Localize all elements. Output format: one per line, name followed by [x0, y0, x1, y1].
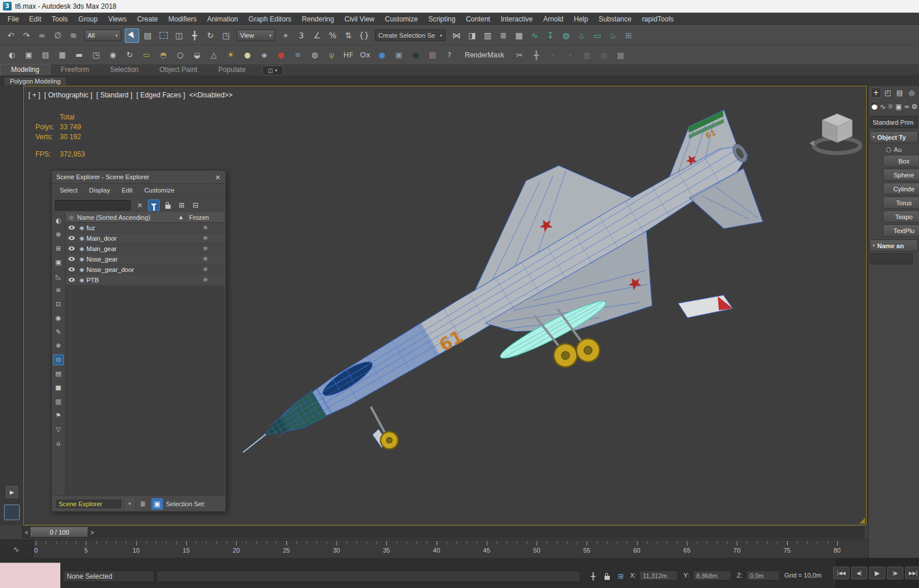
- select-and-link-icon[interactable]: ∞: [35, 28, 49, 43]
- populate-tool-icon[interactable]: ▣: [392, 48, 406, 62]
- expand-panel-button[interactable]: ▶: [6, 486, 18, 498]
- explorer-dropdown-arrow-icon[interactable]: ▾: [125, 498, 134, 510]
- frozen-snowflake-icon[interactable]: ❄: [186, 256, 225, 262]
- se-display-materials-icon[interactable]: ▤: [53, 368, 64, 379]
- soft-sphere2-icon[interactable]: ◍: [596, 48, 611, 62]
- menu-customize[interactable]: Customize: [380, 13, 424, 26]
- ribbon-tab-freeform[interactable]: Freeform: [50, 64, 100, 75]
- se-menu-customize[interactable]: Customize: [140, 187, 179, 194]
- modify-tab-icon[interactable]: ◰: [883, 88, 893, 98]
- se-display-all-icon[interactable]: ◐: [53, 215, 64, 226]
- sphere2-icon[interactable]: ●: [240, 48, 255, 62]
- angle-snap-icon[interactable]: ∠: [310, 28, 324, 43]
- visibility-eye-icon[interactable]: [68, 278, 74, 282]
- ribbon-tab-object-paint[interactable]: Object Paint: [149, 64, 208, 75]
- go-to-start-button[interactable]: |◀◀: [833, 567, 849, 579]
- bind-to-spacewarp-icon[interactable]: ≋: [66, 28, 81, 43]
- lattice-icon[interactable]: ◈: [257, 48, 272, 62]
- Main_gear[interactable]: ◉ Main_gear ❄: [66, 244, 225, 254]
- visibility-eye-icon[interactable]: [68, 226, 74, 230]
- snaps-toggle-icon[interactable]: 3: [294, 28, 309, 43]
- edit-named-selections-icon[interactable]: {}: [357, 28, 371, 43]
- create-cylinder-button[interactable]: Cylinde: [883, 183, 919, 195]
- frozen-snowflake-icon[interactable]: ❄: [186, 224, 225, 231]
- reference-coordinate-dropdown[interactable]: View▾: [237, 30, 275, 41]
- viewport-menu-style[interactable]: [ Standard ]: [96, 91, 132, 99]
- spacewarps-category-icon[interactable]: ≈: [904, 101, 910, 112]
- mini-curve-editor-button[interactable]: ∿: [0, 540, 33, 558]
- hair-fur-icon[interactable]: HF: [341, 48, 356, 62]
- next-frame-button[interactable]: |▶: [887, 567, 903, 579]
- time-slider-handle[interactable]: 0 / 100: [31, 527, 88, 538]
- se-display-containers-icon[interactable]: ▥: [53, 396, 64, 407]
- frozen-snowflake-icon[interactable]: ❄: [186, 277, 225, 283]
- sphere-tool-icon[interactable]: ○: [173, 48, 187, 62]
- se-menu-display[interactable]: Display: [85, 187, 115, 194]
- create-sphere-button[interactable]: Sphere: [883, 169, 919, 181]
- create-teapot-button[interactable]: Teapo: [883, 210, 919, 223]
- red-sphere-icon[interactable]: ●: [274, 48, 288, 62]
- mirror-icon[interactable]: ⋈: [449, 28, 464, 43]
- se-display-frozen-icon[interactable]: ❄: [53, 340, 64, 351]
- viewport-layout-tab[interactable]: [4, 504, 20, 520]
- ribbon-toggle-icon[interactable]: ▦: [512, 28, 526, 43]
- align-icon[interactable]: ◨: [465, 28, 479, 43]
- name-color-rollout[interactable]: ▾ Name an: [870, 239, 918, 252]
- dot2-icon[interactable]: •: [563, 48, 577, 62]
- se-display-lights-icon[interactable]: ▣: [53, 257, 64, 268]
- primitive-category-dropdown[interactable]: Standard Prim: [870, 116, 918, 128]
- viewport-menu-shading[interactable]: [ Edged Faces ]: [136, 91, 185, 99]
- play-button[interactable]: ▶: [869, 567, 885, 579]
- Nose_gear_door[interactable]: ◉ Nose_gear_door ❄: [66, 264, 225, 275]
- select-and-rotate-icon[interactable]: ↻: [203, 28, 218, 43]
- se-display-flags-icon[interactable]: ⚑: [53, 410, 64, 421]
- go-to-end-button[interactable]: ▶▶|: [905, 567, 919, 579]
- create-tab-icon[interactable]: +: [871, 88, 881, 98]
- se-lock-icon[interactable]: [162, 199, 173, 211]
- y-coord-field[interactable]: 8,868m: [693, 571, 731, 580]
- previous-frame-button[interactable]: ◀|: [851, 567, 867, 579]
- se-filter-icon[interactable]: [148, 199, 160, 211]
- menu-create[interactable]: Create: [132, 13, 163, 26]
- cameras-category-icon[interactable]: ▣: [895, 101, 902, 112]
- se-display-xrefs-icon[interactable]: ✎: [53, 326, 64, 337]
- select-and-move-icon[interactable]: ╋: [187, 28, 202, 43]
- frozen-snowflake-icon[interactable]: ❄: [186, 245, 225, 252]
- absolute-mode-icon[interactable]: ⊞: [615, 571, 627, 582]
- motion-tab-icon[interactable]: ◎: [907, 88, 917, 98]
- select-by-name-icon[interactable]: ▤: [140, 28, 155, 43]
- frozen-snowflake-icon[interactable]: ❄: [186, 235, 225, 241]
- visibility-eye-icon[interactable]: [68, 267, 74, 271]
- grid2-icon[interactable]: ▦: [613, 48, 628, 62]
- keyboard-icon[interactable]: ▬: [72, 48, 86, 62]
- viewport-disabled-flag[interactable]: <<Disabled>>: [189, 91, 233, 99]
- create-torus-button[interactable]: Torus: [883, 197, 919, 209]
- checker-sphere-icon[interactable]: ◍: [307, 48, 322, 62]
- schematic-view-icon[interactable]: ↧: [543, 28, 558, 43]
- se-expand-all-icon[interactable]: ⊞: [176, 199, 187, 211]
- window-crossing-icon[interactable]: ◫: [172, 28, 186, 43]
- column-header-frozen[interactable]: Frozen: [185, 214, 225, 221]
- layer-explorer-icon[interactable]: ≣: [496, 28, 511, 43]
- layers-icon[interactable]: ≣: [137, 498, 149, 510]
- rendered-frame-window-icon[interactable]: ▭: [590, 28, 605, 43]
- cone-tool-icon[interactable]: △: [207, 48, 221, 62]
- viewport-canvas-icon[interactable]: ▣: [21, 48, 36, 62]
- render-grid-icon[interactable]: ⊞: [621, 28, 636, 43]
- named-selection-set-dropdown[interactable]: Create Selection Se▾: [375, 30, 446, 41]
- visibility-eye-icon[interactable]: [68, 236, 74, 240]
- scene-explorer-titlebar[interactable]: Scene Explorer - Scene Explorer ×: [52, 170, 226, 184]
- material-editor-icon[interactable]: ◍: [559, 28, 573, 43]
- Main_door[interactable]: ◉ Main_door ❄: [66, 233, 225, 244]
- menu-arnold[interactable]: Arnold: [538, 13, 569, 26]
- track-bar[interactable]: ∿ 05101520253035404550556065707580: [0, 539, 868, 558]
- curve-editor-icon[interactable]: ∿: [527, 28, 542, 43]
- named-views-icon[interactable]: ▤: [38, 48, 53, 62]
- asset-browser-icon[interactable]: ◐: [5, 48, 19, 62]
- ribbon-tab-populate[interactable]: Populate: [208, 64, 256, 75]
- menu-graph-editors[interactable]: Graph Editors: [243, 13, 296, 26]
- se-menu-edit[interactable]: Edit: [117, 187, 138, 194]
- se-display-shapes-icon[interactable]: ⊞: [53, 243, 64, 254]
- menu-rendering[interactable]: Rendering: [296, 13, 339, 26]
- selection-lock-icon[interactable]: [601, 571, 613, 582]
